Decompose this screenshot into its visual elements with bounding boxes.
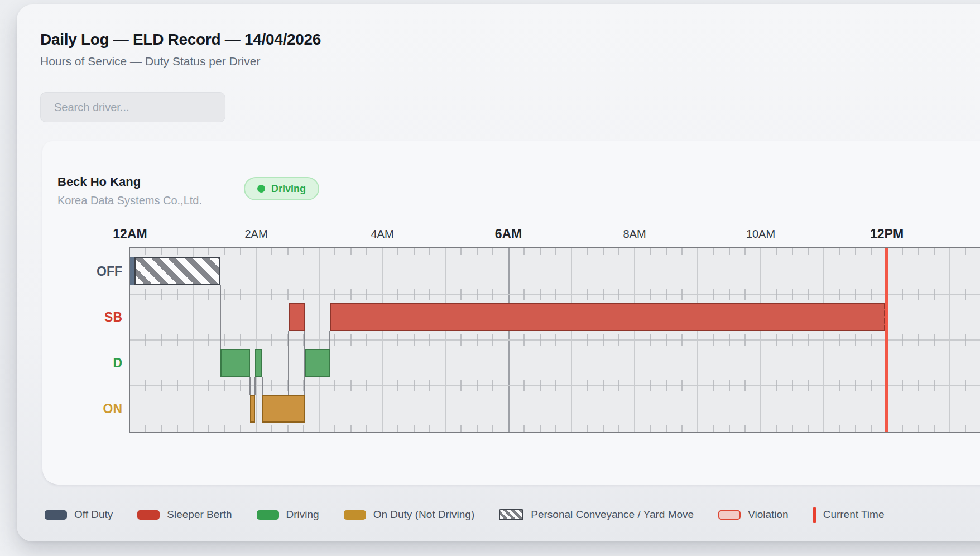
quarter-hour-tick bbox=[161, 425, 162, 432]
segment-connector bbox=[288, 331, 289, 395]
quarter-hour-tick bbox=[303, 425, 304, 432]
personal-conveyance-segment[interactable] bbox=[134, 257, 220, 285]
quarter-hour-tick bbox=[902, 380, 903, 391]
quarter-hour-tick bbox=[350, 380, 352, 391]
time-label-2am: 2AM bbox=[244, 225, 267, 243]
duty-segment-on[interactable] bbox=[262, 395, 304, 423]
quarter-hour-tick bbox=[666, 334, 667, 346]
quarter-hour-tick bbox=[744, 334, 746, 346]
legend-label: On Duty (Not Driving) bbox=[373, 509, 475, 521]
search-driver-input[interactable] bbox=[40, 92, 225, 122]
quarter-hour-tick bbox=[177, 380, 178, 391]
time-label-6am: 6AM bbox=[495, 225, 522, 243]
quarter-hour-tick bbox=[855, 334, 856, 346]
quarter-hour-tick bbox=[792, 248, 793, 255]
quarter-hour-tick bbox=[729, 289, 730, 300]
quarter-hour-tick bbox=[477, 334, 478, 346]
quarter-hour-tick bbox=[603, 334, 604, 346]
duty-segment-d[interactable] bbox=[305, 349, 330, 377]
quarter-hour-tick bbox=[287, 248, 289, 255]
status-dot-icon bbox=[257, 185, 265, 193]
quarter-hour-tick bbox=[145, 334, 146, 346]
legend-label: Current Time bbox=[823, 509, 885, 521]
segment-connector bbox=[329, 331, 330, 349]
quarter-hour-tick bbox=[555, 380, 556, 391]
time-label-12pm: 12PM bbox=[870, 225, 904, 243]
quarter-hour-tick bbox=[855, 248, 856, 255]
legend-swatch-icon bbox=[137, 510, 160, 520]
segment-connector bbox=[262, 377, 263, 395]
quarter-hour-tick bbox=[776, 380, 777, 391]
quarter-hour-tick bbox=[492, 248, 493, 255]
quarter-hour-tick bbox=[523, 425, 525, 432]
quarter-hour-tick bbox=[713, 289, 714, 300]
quarter-hour-tick bbox=[224, 334, 225, 346]
quarter-hour-tick bbox=[414, 248, 415, 255]
quarter-hour-tick bbox=[350, 334, 352, 346]
quarter-hour-tick bbox=[681, 289, 683, 300]
quarter-hour-tick bbox=[334, 334, 335, 346]
quarter-hour-tick bbox=[145, 289, 146, 300]
quarter-hour-tick bbox=[934, 248, 935, 255]
quarter-hour-tick bbox=[965, 248, 966, 255]
quarter-hour-tick bbox=[839, 334, 840, 346]
quarter-hour-tick bbox=[523, 248, 525, 255]
quarter-hour-tick bbox=[414, 425, 415, 432]
duty-segment-sb[interactable] bbox=[330, 303, 887, 331]
quarter-hour-tick bbox=[871, 334, 872, 346]
duty-segment-off[interactable] bbox=[130, 257, 134, 285]
quarter-hour-tick bbox=[792, 425, 793, 432]
quarter-hour-tick bbox=[303, 248, 304, 255]
quarter-hour-tick bbox=[681, 425, 683, 432]
quarter-hour-tick bbox=[224, 289, 225, 300]
quarter-hour-tick bbox=[618, 289, 619, 300]
quarter-hour-tick bbox=[555, 248, 556, 255]
quarter-hour-tick bbox=[855, 380, 856, 391]
quarter-hour-tick bbox=[744, 248, 746, 255]
quarter-hour-tick bbox=[460, 289, 462, 300]
quarter-hour-tick bbox=[808, 425, 809, 432]
time-label-10am: 10AM bbox=[746, 225, 775, 243]
duty-segment-d[interactable] bbox=[255, 349, 262, 377]
duty-segment-d[interactable] bbox=[220, 349, 250, 377]
card-divider bbox=[42, 442, 980, 442]
quarter-hour-tick bbox=[681, 380, 683, 391]
quarter-hour-tick bbox=[965, 334, 966, 346]
quarter-hour-tick bbox=[334, 248, 335, 255]
quarter-hour-tick bbox=[839, 380, 840, 391]
quarter-hour-tick bbox=[650, 425, 651, 432]
quarter-hour-tick bbox=[366, 380, 367, 391]
quarter-hour-tick bbox=[729, 425, 730, 432]
legend-label: Off Duty bbox=[74, 509, 113, 521]
quarter-hour-tick bbox=[618, 380, 619, 391]
quarter-hour-tick bbox=[839, 425, 840, 432]
quarter-hour-tick bbox=[429, 380, 430, 391]
duty-segment-on[interactable] bbox=[250, 395, 255, 423]
quarter-hour-tick bbox=[523, 289, 525, 300]
quarter-hour-tick bbox=[902, 289, 903, 300]
main-panel: Daily Log — ELD Record — 14/04/2026 Hour… bbox=[17, 4, 980, 541]
quarter-hour-tick bbox=[540, 425, 541, 432]
duty-status-grid[interactable] bbox=[129, 247, 980, 433]
quarter-hour-tick bbox=[713, 248, 714, 255]
quarter-hour-tick bbox=[224, 248, 225, 255]
legend-item-2: Driving bbox=[257, 509, 319, 521]
quarter-hour-tick bbox=[271, 289, 272, 300]
quarter-hour-tick bbox=[429, 289, 430, 300]
segment-connector bbox=[254, 377, 256, 395]
quarter-hour-tick bbox=[224, 425, 225, 432]
quarter-hour-tick bbox=[902, 425, 903, 432]
quarter-hour-tick bbox=[776, 289, 777, 300]
quarter-hour-tick bbox=[808, 289, 809, 300]
quarter-hour-tick bbox=[523, 380, 525, 391]
quarter-hour-tick bbox=[177, 289, 178, 300]
quarter-hour-tick bbox=[855, 289, 856, 300]
quarter-hour-tick bbox=[744, 289, 746, 300]
quarter-hour-tick bbox=[540, 248, 541, 255]
quarter-hour-tick bbox=[918, 289, 919, 300]
duty-segment-sb[interactable] bbox=[289, 303, 304, 331]
quarter-hour-tick bbox=[523, 334, 525, 346]
quarter-hour-tick bbox=[287, 425, 289, 432]
quarter-hour-tick bbox=[145, 248, 146, 255]
quarter-hour-tick bbox=[460, 425, 462, 432]
